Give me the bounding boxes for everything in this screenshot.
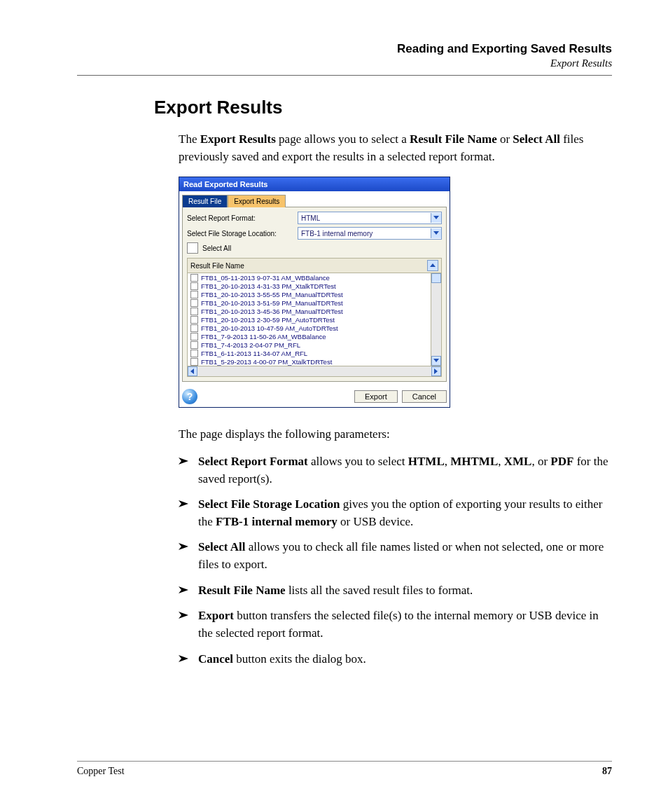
- scroll-down-icon[interactable]: [431, 356, 441, 366]
- bullet-item: Select All allows you to check all file …: [179, 539, 612, 573]
- file-name: FTB1_20-10-2013 4-31-33 PM_XtalkTDRTest: [201, 282, 336, 290]
- page-number: 87: [602, 766, 612, 777]
- list-header: Result File Name: [190, 262, 244, 270]
- file-name: FTB1_6-11-2013 11-34-07 AM_RFL: [201, 350, 307, 357]
- svg-marker-11: [179, 655, 188, 662]
- intro-paragraph: The Export Results page allows you to se…: [179, 131, 612, 165]
- tab-result-file[interactable]: Result File: [182, 195, 228, 207]
- params-intro: The page displays the following paramete…: [179, 426, 612, 443]
- file-name: FTB1_5-29-2013 4-00-07 PM_XtalkTDRTest: [201, 358, 332, 366]
- chapter-title: Reading and Exporting Saved Results: [77, 42, 612, 56]
- list-item[interactable]: FTB1_20-10-2013 3-45-36 PM_ManualTDRTest: [188, 307, 441, 315]
- select-all-label: Select All: [202, 245, 231, 252]
- footer-doc-title: Copper Test: [77, 766, 125, 777]
- list-item[interactable]: FTB1_20-10-2013 4-31-33 PM_XtalkTDRTest: [188, 282, 441, 290]
- file-name: FTB1_20-10-2013 3-51-59 PM_ManualTDRTest: [201, 299, 343, 307]
- export-button[interactable]: Export: [354, 390, 398, 403]
- arrow-bullet-icon: [179, 496, 198, 530]
- dialog-titlebar: Read Exported Results: [179, 177, 450, 191]
- file-list[interactable]: FTB1_05-11-2013 9-07-31 AM_WBBalanceFTB1…: [187, 273, 442, 366]
- section-subtitle: Export Results: [77, 57, 612, 69]
- bullet-text: Cancel button exits the dialog box.: [198, 651, 612, 668]
- tab-export-results[interactable]: Export Results: [228, 195, 286, 207]
- file-checkbox[interactable]: [190, 350, 198, 357]
- file-name: FTB1_20-10-2013 10-47-59 AM_AutoTDRTest: [201, 324, 338, 332]
- horizontal-scrollbar[interactable]: [187, 366, 442, 377]
- bullet-item: Select Report Format allows you to selec…: [179, 453, 612, 488]
- bullet-item: Cancel button exits the dialog box.: [179, 651, 612, 668]
- list-item[interactable]: FTB1_05-11-2013 9-07-31 AM_WBBalance: [188, 273, 441, 282]
- svg-marker-3: [433, 359, 439, 362]
- bullet-item: Select File Storage Location gives you t…: [179, 496, 612, 530]
- scroll-up-icon[interactable]: [431, 273, 441, 283]
- chevron-down-icon[interactable]: [431, 213, 441, 223]
- scroll-left-icon[interactable]: [188, 366, 197, 376]
- file-checkbox[interactable]: [190, 333, 198, 340]
- file-checkbox[interactable]: [190, 299, 198, 307]
- file-name: FTB1_20-10-2013 3-55-55 PM_ManualTDRTest: [201, 291, 343, 298]
- scroll-up-icon[interactable]: [427, 260, 438, 271]
- arrow-bullet-icon: [179, 453, 198, 488]
- svg-marker-8: [179, 543, 188, 550]
- file-checkbox[interactable]: [190, 316, 198, 324]
- svg-marker-7: [179, 500, 188, 507]
- svg-marker-9: [179, 586, 188, 593]
- file-name: FTB1_20-10-2013 3-45-36 PM_ManualTDRTest: [201, 308, 343, 315]
- dialog-window: Read Exported Results Result File Export…: [179, 177, 450, 408]
- file-checkbox[interactable]: [190, 341, 198, 349]
- list-item[interactable]: FTB1_20-10-2013 3-51-59 PM_ManualTDRTest: [188, 298, 441, 307]
- report-format-select[interactable]: HTML: [298, 212, 442, 224]
- list-item[interactable]: FTB1_6-11-2013 11-34-07 AM_RFL: [188, 349, 441, 357]
- svg-marker-2: [430, 263, 436, 267]
- file-checkbox[interactable]: [190, 358, 198, 366]
- header-divider: [77, 75, 612, 76]
- bullet-text: Result File Name lists all the saved res…: [198, 582, 612, 600]
- file-checkbox[interactable]: [190, 324, 198, 332]
- list-item[interactable]: FTB1_7-4-2013 2-04-07 PM_RFL: [188, 340, 441, 349]
- file-name: FTB1_20-10-2013 2-30-59 PM_AutoTDRTest: [201, 316, 335, 324]
- arrow-bullet-icon: [179, 582, 198, 600]
- bullet-item: Result File Name lists all the saved res…: [179, 582, 612, 600]
- bullet-text: Select All allows you to check all file …: [198, 539, 612, 573]
- arrow-bullet-icon: [179, 651, 198, 668]
- svg-marker-4: [190, 369, 194, 374]
- svg-marker-0: [433, 216, 439, 219]
- svg-marker-10: [179, 612, 188, 619]
- bullet-item: Export button transfers the selected fil…: [179, 607, 612, 642]
- bullet-text: Select File Storage Location gives you t…: [198, 496, 612, 530]
- svg-marker-1: [433, 231, 439, 235]
- file-name: FTB1_7-9-2013 11-50-26 AM_WBBalance: [201, 333, 326, 340]
- list-item[interactable]: FTB1_7-9-2013 11-50-26 AM_WBBalance: [188, 332, 441, 340]
- cancel-button[interactable]: Cancel: [402, 390, 447, 403]
- bullet-text: Select Report Format allows you to selec…: [198, 453, 612, 488]
- file-checkbox[interactable]: [190, 282, 198, 290]
- bullet-text: Export button transfers the selected fil…: [198, 607, 612, 642]
- arrow-bullet-icon: [179, 607, 198, 642]
- storage-location-select[interactable]: FTB-1 internal memory: [298, 227, 442, 240]
- file-name: FTB1_05-11-2013 9-07-31 AM_WBBalance: [201, 274, 330, 282]
- chevron-down-icon[interactable]: [431, 228, 441, 238]
- scroll-right-icon[interactable]: [431, 366, 441, 376]
- list-item[interactable]: FTB1_20-10-2013 10-47-59 AM_AutoTDRTest: [188, 324, 441, 332]
- vertical-scrollbar[interactable]: [431, 273, 441, 366]
- select-all-checkbox[interactable]: [187, 242, 198, 254]
- help-icon[interactable]: ?: [182, 389, 197, 404]
- file-name: FTB1_7-4-2013 2-04-07 PM_RFL: [201, 341, 300, 349]
- svg-marker-6: [179, 457, 188, 465]
- report-format-label: Select Report Format:: [187, 214, 292, 222]
- svg-marker-5: [434, 369, 438, 374]
- list-item[interactable]: FTB1_5-29-2013 4-00-07 PM_XtalkTDRTest: [188, 357, 441, 366]
- arrow-bullet-icon: [179, 539, 198, 573]
- list-item[interactable]: FTB1_20-10-2013 2-30-59 PM_AutoTDRTest: [188, 315, 441, 324]
- file-checkbox[interactable]: [190, 291, 198, 298]
- page-title: Export Results: [154, 97, 612, 118]
- file-checkbox[interactable]: [190, 308, 198, 315]
- file-checkbox[interactable]: [190, 274, 198, 282]
- list-item[interactable]: FTB1_20-10-2013 3-55-55 PM_ManualTDRTest: [188, 290, 441, 298]
- storage-location-label: Select File Storage Location:: [187, 230, 292, 238]
